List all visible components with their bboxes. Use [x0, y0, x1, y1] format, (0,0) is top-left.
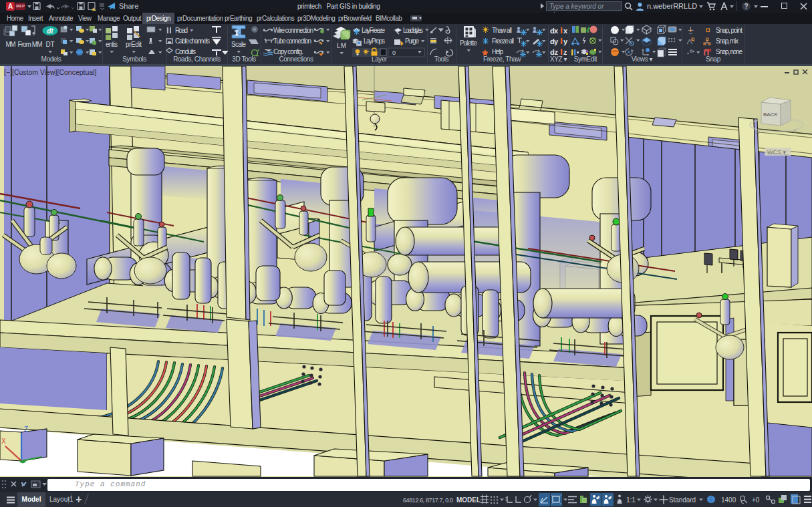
- svg-text:Snap, point: Snap, point: [716, 27, 742, 34]
- svg-text:1:1: 1:1: [626, 496, 636, 504]
- svg-text:Load styles: Load styles: [403, 27, 423, 34]
- svg-text:prEdit: prEdit: [126, 41, 142, 48]
- svg-text:WCS ▾: WCS ▾: [767, 149, 786, 156]
- svg-text:x: x: [563, 27, 568, 35]
- svg-text:Standard: Standard: [669, 496, 696, 504]
- svg-text:dx: dx: [550, 27, 559, 35]
- svg-text:Copy config.: Copy config.: [273, 48, 303, 55]
- svg-text:Purge: Purge: [405, 37, 419, 45]
- svg-text:LayProps: LayProps: [364, 37, 385, 45]
- svg-text:Palette: Palette: [460, 39, 477, 47]
- svg-text:Snap, none: Snap, none: [716, 48, 742, 55]
- svg-text:Wire connnection: Wire connnection: [273, 27, 313, 34]
- svg-text:entis: entis: [106, 41, 118, 48]
- svg-text:BACK: BACK: [763, 112, 778, 118]
- svg-text:Scale: Scale: [231, 41, 246, 48]
- svg-text:LayFreeze: LayFreeze: [362, 27, 385, 34]
- svg-text:1400: 1400: [721, 496, 736, 504]
- svg-text:Tube connection: Tube connection: [273, 37, 311, 45]
- svg-text:E: E: [794, 129, 797, 134]
- svg-text:LM: LM: [337, 42, 346, 49]
- svg-text:y: y: [563, 37, 568, 45]
- svg-text:Freeze all: Freeze all: [492, 37, 514, 45]
- svg-text:DT: DT: [46, 41, 55, 48]
- svg-text:[−][Custom View][Conceptual]: [−][Custom View][Conceptual]: [4, 68, 97, 76]
- svg-text:Snap, mix: Snap, mix: [716, 37, 738, 45]
- svg-text:W: W: [755, 130, 760, 135]
- svg-text:Thaw all: Thaw all: [492, 27, 512, 34]
- svg-text:From MM: From MM: [18, 41, 43, 48]
- svg-text:Conduits: Conduits: [175, 48, 196, 55]
- svg-text:MM: MM: [6, 41, 16, 48]
- svg-text:dz: dz: [550, 48, 559, 56]
- svg-text:Help: Help: [492, 48, 503, 55]
- svg-text:dy: dy: [550, 37, 559, 45]
- svg-text:0: 0: [392, 49, 396, 56]
- svg-text:Road: Road: [175, 27, 188, 34]
- svg-text:z: z: [563, 48, 567, 56]
- svg-text:Z: Z: [24, 426, 28, 433]
- svg-text:dt: dt: [47, 27, 53, 35]
- svg-text:Cable channels: Cable channels: [175, 37, 210, 45]
- svg-text:+0: +0: [752, 496, 760, 504]
- svg-text:X: X: [1, 438, 6, 445]
